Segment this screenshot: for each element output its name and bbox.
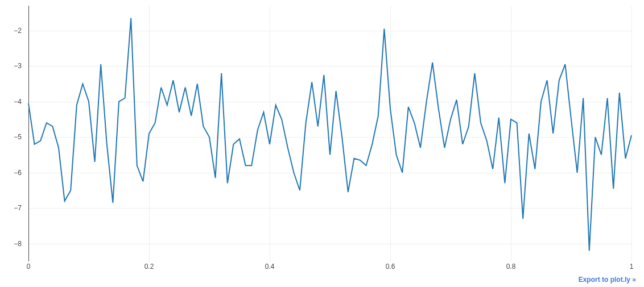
x-tick-label: 0.6 — [386, 263, 395, 271]
x-tick-label: 0 — [27, 263, 31, 271]
y-tick-label: −5 — [0, 133, 25, 141]
export-link[interactable]: Export to plot.ly » — [579, 276, 636, 284]
x-tick-label: 1 — [630, 263, 634, 271]
grid-line-vertical — [631, 6, 632, 261]
y-tick-label: −2 — [0, 27, 25, 35]
x-tick-label: 0.2 — [145, 263, 154, 271]
y-tick-label: −4 — [0, 98, 25, 106]
plot-area[interactable] — [28, 6, 631, 261]
y-tick-label: −8 — [0, 240, 25, 248]
line-trace — [28, 6, 631, 261]
x-tick-label: 0.8 — [506, 263, 516, 271]
y-tick-label: −7 — [0, 204, 25, 212]
y-tick-label: −6 — [0, 169, 25, 177]
y-tick-label: −3 — [0, 62, 25, 70]
x-tick-label: 0.4 — [265, 263, 275, 271]
